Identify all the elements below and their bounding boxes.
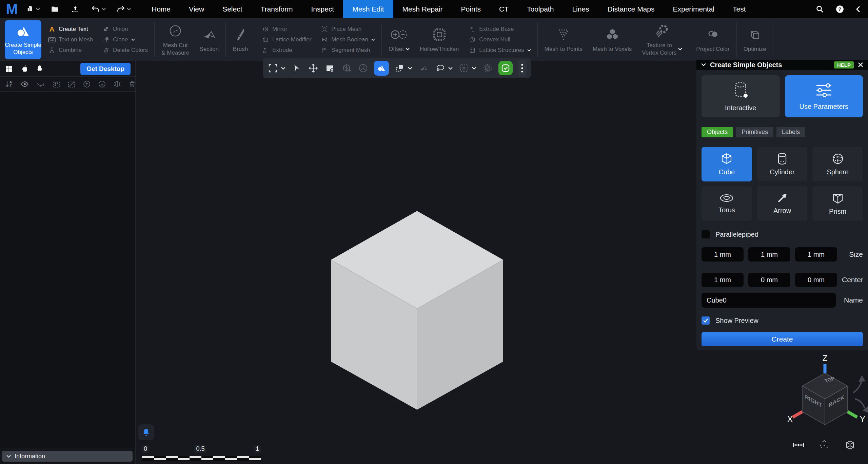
shape-arrow-button[interactable]: Arrow bbox=[757, 186, 808, 221]
menu-points[interactable]: Points bbox=[452, 0, 490, 18]
orientation-gizmo[interactable]: Z TOP RIGHT BACK X Y bbox=[780, 355, 868, 436]
undo-dropdown[interactable] bbox=[102, 8, 106, 11]
sort-az-button[interactable]: AZ bbox=[5, 80, 13, 88]
size-x-input[interactable] bbox=[702, 247, 744, 262]
optimize-button[interactable]: Optimize bbox=[738, 18, 771, 61]
hide-button[interactable] bbox=[36, 80, 45, 88]
confirm-button[interactable] bbox=[498, 61, 513, 75]
project-color-button[interactable]: Project Color bbox=[691, 18, 734, 61]
menu-inspect[interactable]: Inspect bbox=[302, 0, 343, 18]
mesh-boolean-button[interactable]: Mesh Boolean bbox=[321, 36, 375, 43]
scale-bar-toggle[interactable] bbox=[793, 442, 804, 448]
select-all-button[interactable] bbox=[52, 80, 60, 88]
section-button[interactable]: Section bbox=[194, 18, 224, 61]
redo-button[interactable] bbox=[115, 3, 127, 15]
shape-sphere-button[interactable]: Sphere bbox=[812, 147, 863, 181]
interactive-mode-button[interactable]: Interactive bbox=[702, 75, 780, 117]
lasso-dropdown[interactable] bbox=[448, 67, 453, 70]
extrude-base-button[interactable]: Extrude Base bbox=[469, 25, 531, 33]
delete-button[interactable] bbox=[129, 80, 136, 88]
move-button[interactable] bbox=[308, 62, 319, 74]
delete-colors-button[interactable]: Delete Colors bbox=[102, 46, 148, 54]
trackball-button[interactable] bbox=[357, 62, 369, 74]
combine-button[interactable]: Combine bbox=[48, 46, 93, 54]
mirror-button[interactable]: Mirror bbox=[262, 25, 311, 33]
create-simple-objects-button[interactable]: Create Simple Objects bbox=[5, 20, 41, 59]
segment-mesh-button[interactable]: Segment Mesh bbox=[321, 46, 375, 54]
collapse-panel-button[interactable] bbox=[856, 6, 861, 13]
move-up-button[interactable] bbox=[83, 80, 91, 88]
fit-view-button[interactable] bbox=[267, 62, 279, 74]
shape-torus-button[interactable]: Torus bbox=[702, 186, 752, 221]
texture-to-vertex-colors-button[interactable]: Texture to Vertex Colors bbox=[637, 18, 687, 61]
tab-labels[interactable]: Labels bbox=[776, 127, 805, 137]
disable-filter-button[interactable] bbox=[482, 62, 493, 74]
clone-button[interactable]: Clone bbox=[102, 36, 148, 43]
name-input[interactable] bbox=[702, 293, 836, 308]
open-file-button[interactable] bbox=[49, 3, 61, 15]
size-z-input[interactable] bbox=[795, 247, 837, 262]
clone-dropdown[interactable] bbox=[131, 39, 135, 41]
use-parameters-mode-button[interactable]: Use Parameters bbox=[785, 75, 863, 117]
extrude-button[interactable]: Extrude bbox=[262, 46, 311, 54]
duplicate-button[interactable] bbox=[394, 62, 406, 74]
parallelepiped-checkbox[interactable] bbox=[702, 230, 710, 238]
menu-experimental[interactable]: Experimental bbox=[664, 0, 724, 18]
mesh-cut-measure-button[interactable]: Mesh Cut & Measure bbox=[156, 18, 194, 61]
help-badge[interactable]: HELP bbox=[834, 61, 854, 69]
display-settings-button[interactable] bbox=[324, 62, 336, 74]
text-on-mesh-button[interactable]: CC Text on Mesh bbox=[48, 36, 93, 43]
object-list[interactable] bbox=[0, 92, 135, 448]
duplicate-dropdown[interactable] bbox=[408, 67, 413, 70]
deselect-all-button[interactable] bbox=[67, 80, 76, 88]
panel-collapse-chevron[interactable] bbox=[701, 63, 706, 66]
mesh-to-points-button[interactable]: Mesh to Points bbox=[539, 18, 588, 61]
union-button[interactable]: Union bbox=[102, 25, 148, 33]
shape-cube-button[interactable]: Cube bbox=[702, 147, 752, 181]
new-document-button[interactable] bbox=[24, 3, 36, 15]
menu-select[interactable]: Select bbox=[213, 0, 251, 18]
move-down-button[interactable] bbox=[98, 80, 106, 88]
center-y-input[interactable] bbox=[748, 273, 790, 287]
select-cursor-button[interactable] bbox=[291, 62, 302, 74]
place-mesh-button[interactable]: Place Mesh bbox=[321, 25, 375, 33]
search-button[interactable] bbox=[816, 5, 824, 13]
notifications-button[interactable] bbox=[138, 424, 154, 440]
deselect-button[interactable] bbox=[458, 62, 470, 74]
tab-objects[interactable]: Objects bbox=[702, 127, 733, 137]
create-button[interactable]: Create bbox=[702, 332, 863, 346]
more-options-button[interactable] bbox=[518, 60, 527, 77]
show-button[interactable] bbox=[20, 80, 29, 88]
menu-home[interactable]: Home bbox=[142, 0, 180, 18]
add-mesh-button[interactable] bbox=[341, 62, 352, 74]
menu-distance-maps[interactable]: Distance Maps bbox=[598, 0, 664, 18]
information-bar[interactable]: Information bbox=[2, 451, 133, 462]
offset-button[interactable]: Offset bbox=[383, 18, 415, 61]
convex-hull-button[interactable]: Convex Hull bbox=[469, 36, 531, 43]
mesh-to-voxels-button[interactable]: Mesh to Voxels bbox=[588, 18, 637, 61]
plane-cut-button[interactable] bbox=[418, 62, 429, 74]
mesh-boolean-dropdown[interactable] bbox=[371, 39, 375, 41]
export-button[interactable] bbox=[69, 3, 81, 15]
brush-button[interactable]: Brush bbox=[228, 18, 253, 61]
panel-close-button[interactable] bbox=[858, 62, 863, 67]
menu-mesh-repair[interactable]: Mesh Repair bbox=[393, 0, 452, 18]
undo-button[interactable] bbox=[90, 3, 102, 15]
menu-ct[interactable]: CT bbox=[490, 0, 518, 18]
menu-test[interactable]: Test bbox=[724, 0, 755, 18]
show-preview-checkbox[interactable] bbox=[702, 316, 710, 325]
lattice-modifier-button[interactable]: Lattice Modifier bbox=[262, 36, 311, 43]
size-y-input[interactable] bbox=[748, 247, 790, 262]
center-z-input[interactable] bbox=[795, 273, 837, 287]
create-simple-objects-tool-active[interactable] bbox=[374, 61, 389, 76]
menu-view[interactable]: View bbox=[180, 0, 213, 18]
lattice-structures-button[interactable]: Lattice Structures bbox=[469, 46, 531, 54]
menu-mesh-edit[interactable]: Mesh Edit bbox=[343, 0, 393, 18]
fit-view-dropdown[interactable] bbox=[281, 67, 286, 70]
deselect-dropdown[interactable] bbox=[472, 67, 477, 70]
lattice-structures-dropdown[interactable] bbox=[527, 49, 531, 52]
menu-transform[interactable]: Transform bbox=[252, 0, 302, 18]
get-desktop-button[interactable]: Get Desktop bbox=[80, 63, 131, 75]
texture-to-vc-dropdown[interactable] bbox=[678, 48, 682, 51]
rename-button[interactable] bbox=[113, 80, 121, 88]
